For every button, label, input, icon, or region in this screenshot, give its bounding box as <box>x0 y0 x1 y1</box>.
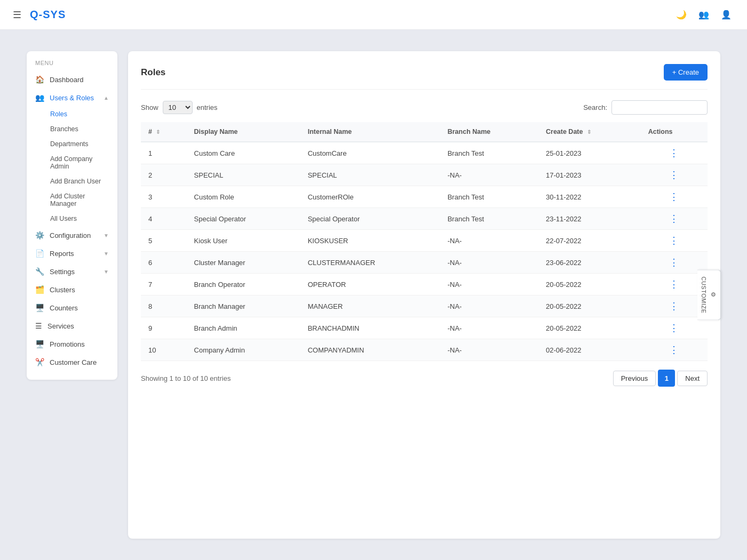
counters-icon: 🖥️ <box>35 303 44 312</box>
configuration-icon: ⚙️ <box>35 231 44 239</box>
sidebar-item-counters[interactable]: 🖥️ Counters <box>27 299 117 317</box>
sidebar-item-add-cluster-manager[interactable]: Add Cluster Manager <box>42 189 117 211</box>
sidebar-item-add-branch-user[interactable]: Add Branch User <box>42 174 117 189</box>
action-dots-button[interactable]: ⋮ <box>669 301 679 311</box>
cell-display-name: Branch Operator <box>187 274 300 295</box>
cell-num: 1 <box>141 142 187 164</box>
sidebar-item-users-roles[interactable]: 👥 Users & Roles ▲ <box>27 89 117 107</box>
table-row: 1 Custom Care CustomCare Branch Test 25-… <box>141 142 708 164</box>
action-dots-button[interactable]: ⋮ <box>669 214 679 223</box>
sidebar-item-all-users[interactable]: All Users <box>42 211 117 226</box>
entries-select[interactable]: 10 25 50 100 <box>163 101 193 114</box>
cell-internal-name: Special Operator <box>300 208 440 230</box>
table-row: 8 Branch Manager MANAGER -NA- 20-05-2022… <box>141 295 708 317</box>
previous-button[interactable]: Previous <box>613 371 656 386</box>
page-title: Roles <box>141 67 165 78</box>
customize-tab[interactable]: ⚙ CUSTOMIZE <box>697 269 721 320</box>
sidebar-item-add-company-admin[interactable]: Add Company Admin <box>42 151 117 174</box>
sidebar-item-customer-care[interactable]: ✂️ Customer Care <box>27 353 117 371</box>
reports-icon: 📄 <box>35 249 44 258</box>
cell-create-date: 02-06-2022 <box>538 339 641 361</box>
search-box: Search: <box>583 100 708 115</box>
cell-create-date: 17-01-2023 <box>538 164 641 186</box>
cell-internal-name: OPERATOR <box>300 274 440 295</box>
table-row: 4 Special Operator Special Operator Bran… <box>141 208 708 230</box>
chevron-down-icon: ▼ <box>104 233 109 238</box>
customer-care-icon: ✂️ <box>35 358 44 366</box>
chevron-up-icon: ▲ <box>104 95 109 101</box>
user-profile-icon[interactable]: 👤 <box>718 7 734 23</box>
cell-display-name: Company Admin <box>187 339 300 361</box>
promotions-icon: 🖥️ <box>35 340 44 348</box>
cell-branch-name: Branch Test <box>440 142 538 164</box>
header-left: ☰ Q-SYS <box>13 9 66 21</box>
action-dots-button[interactable]: ⋮ <box>669 192 679 202</box>
cell-num: 7 <box>141 274 187 295</box>
cell-actions: ⋮ <box>641 164 708 186</box>
cell-num: 4 <box>141 208 187 230</box>
cell-display-name: SPECIAL <box>187 164 300 186</box>
col-num[interactable]: # ⇕ <box>141 122 187 142</box>
sidebar-item-promotions[interactable]: 🖥️ Promotions <box>27 335 117 353</box>
cell-internal-name: COMPANYADMIN <box>300 339 440 361</box>
action-dots-button[interactable]: ⋮ <box>669 170 679 180</box>
sidebar-item-configuration[interactable]: ⚙️ Configuration ▼ <box>27 226 117 244</box>
showing-text: Showing 1 to 10 of 10 entries <box>141 374 231 382</box>
action-dots-button[interactable]: ⋮ <box>669 258 679 267</box>
table-footer: Showing 1 to 10 of 10 entries Previous 1… <box>141 370 708 387</box>
sidebar-item-roles[interactable]: Roles <box>42 107 117 122</box>
sidebar-item-label: Customer Care <box>50 358 97 366</box>
cell-create-date: 20-05-2022 <box>538 295 641 317</box>
create-button[interactable]: + Create <box>664 64 708 81</box>
cell-num: 5 <box>141 230 187 252</box>
settings-icon: 🔧 <box>35 267 44 276</box>
sidebar-menu-label: Menu <box>27 60 117 70</box>
page-1-button[interactable]: 1 <box>658 370 675 387</box>
chevron-down-icon: ▼ <box>104 251 109 257</box>
cell-internal-name: CustomerROle <box>300 186 440 208</box>
sidebar-item-clusters[interactable]: 🗂️ Clusters <box>27 281 117 299</box>
action-dots-button[interactable]: ⋮ <box>669 345 679 355</box>
sidebar-item-services[interactable]: ☰ Services <box>27 317 117 335</box>
search-input[interactable] <box>611 100 708 115</box>
user-group-icon[interactable]: 👥 <box>696 7 712 23</box>
cell-internal-name: CustomCare <box>300 142 440 164</box>
action-dots-button[interactable]: ⋮ <box>669 148 679 158</box>
hamburger-menu[interactable]: ☰ <box>13 9 21 21</box>
cell-display-name: Custom Care <box>187 142 300 164</box>
cell-branch-name: -NA- <box>440 252 538 274</box>
action-dots-button[interactable]: ⋮ <box>669 279 679 289</box>
dark-mode-icon[interactable]: 🌙 <box>673 7 689 23</box>
cell-create-date: 20-05-2022 <box>538 274 641 295</box>
main-content: Roles + Create Show 10 25 50 100 entries… <box>128 51 720 539</box>
sidebar-item-branches[interactable]: Branches <box>42 122 117 137</box>
col-create-date[interactable]: Create Date ⇕ <box>538 122 641 142</box>
cell-display-name: Kiosk User <box>187 230 300 252</box>
cell-num: 8 <box>141 295 187 317</box>
next-button[interactable]: Next <box>677 371 708 386</box>
table-row: 5 Kiosk User KIOSKUSER -NA- 22-07-2022 ⋮ <box>141 230 708 252</box>
action-dots-button[interactable]: ⋮ <box>669 323 679 333</box>
sidebar-item-label: Services <box>47 322 74 330</box>
table-body: 1 Custom Care CustomCare Branch Test 25-… <box>141 142 708 361</box>
sidebar-item-settings[interactable]: 🔧 Settings ▼ <box>27 262 117 281</box>
sidebar-item-label: Dashboard <box>50 76 84 84</box>
sidebar-item-departments[interactable]: Departments <box>42 137 117 151</box>
sort-icon-num: ⇕ <box>156 129 160 135</box>
cell-actions: ⋮ <box>641 208 708 230</box>
table-row: 6 Cluster Manager CLUSTERMANAGER -NA- 23… <box>141 252 708 274</box>
cell-actions: ⋮ <box>641 142 708 164</box>
cell-actions: ⋮ <box>641 317 708 339</box>
cell-branch-name: -NA- <box>440 164 538 186</box>
cell-display-name: Special Operator <box>187 208 300 230</box>
sidebar-item-dashboard[interactable]: 🏠 Dashboard <box>27 70 117 89</box>
cell-num: 9 <box>141 317 187 339</box>
cell-create-date: 30-11-2022 <box>538 186 641 208</box>
cell-display-name: Custom Role <box>187 186 300 208</box>
cell-create-date: 22-07-2022 <box>538 230 641 252</box>
action-dots-button[interactable]: ⋮ <box>669 236 679 245</box>
sidebar-sub-users-roles: Roles Branches Departments Add Company A… <box>27 107 117 226</box>
cell-branch-name: -NA- <box>440 230 538 252</box>
sidebar-item-reports[interactable]: 📄 Reports ▼ <box>27 244 117 262</box>
cell-num: 10 <box>141 339 187 361</box>
